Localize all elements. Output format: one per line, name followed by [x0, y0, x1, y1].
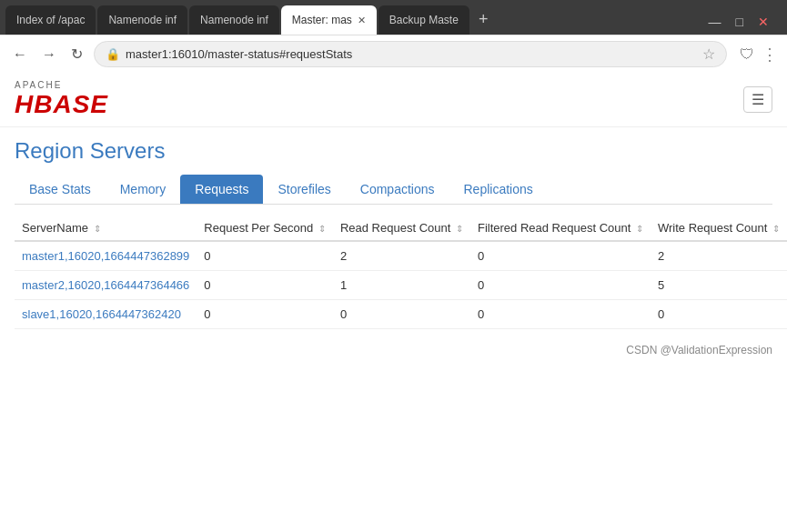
tab-label: Index of /apac	[16, 14, 85, 26]
page-content: APACHE HBASE ☰ Region Servers Base Stats…	[0, 73, 787, 532]
server-name-link[interactable]: master1,16020,1664447362899	[22, 249, 189, 263]
forward-button[interactable]: →	[38, 45, 60, 65]
lock-icon: 🔒	[106, 47, 120, 61]
cell-server-name: master1,16020,1664447362899	[15, 241, 197, 271]
watermark: CSDN @ValidationExpression	[0, 340, 787, 360]
hamburger-menu-button[interactable]: ☰	[743, 86, 772, 113]
tab-compactions[interactable]: Compactions	[346, 175, 449, 204]
tab-backup-master[interactable]: Backup Maste	[378, 5, 469, 35]
requests-table: ServerName ⇕ Request Per Second ⇕ Read R…	[15, 216, 787, 329]
minimize-button[interactable]: —	[703, 13, 727, 31]
maximize-button[interactable]: □	[731, 13, 749, 31]
tab-namenode2[interactable]: Namenode inf	[189, 5, 279, 35]
logo-hbase-text: HBASE	[15, 90, 108, 119]
col-filtered-read-request-count[interactable]: Filtered Read Request Count ⇕	[470, 216, 651, 241]
server-name-link[interactable]: slave1,16020,1664447362420	[22, 307, 181, 321]
tab-index[interactable]: Index of /apac	[5, 5, 96, 35]
col-server-name[interactable]: ServerName ⇕	[15, 216, 197, 241]
page-title: Region Servers	[15, 138, 772, 164]
browser-menu-button[interactable]: ⋮	[762, 45, 778, 65]
table-header-row: ServerName ⇕ Request Per Second ⇕ Read R…	[15, 216, 787, 241]
cell-request-per-second: 0	[197, 241, 333, 271]
new-tab-button[interactable]: +	[471, 6, 496, 33]
extensions-icon[interactable]: 🛡	[740, 46, 754, 63]
bookmark-icon[interactable]: ☆	[702, 45, 715, 63]
sort-icon: ⇕	[318, 224, 326, 234]
tab-requests[interactable]: Requests	[180, 175, 263, 204]
sort-icon: ⇕	[772, 224, 780, 234]
hbase-logo: APACHE HBASE	[15, 80, 108, 119]
sort-icon: ⇕	[636, 224, 643, 234]
cell-request-per-second: 0	[197, 271, 333, 300]
cell-read-request-count: 0	[333, 300, 470, 329]
col-read-request-count[interactable]: Read Request Count ⇕	[333, 216, 470, 241]
cell-write-request-count: 5	[651, 271, 787, 300]
region-servers-section: Region Servers Base Stats Memory Request…	[0, 127, 787, 340]
tab-namenode1[interactable]: Namenode inf	[97, 5, 187, 35]
close-button[interactable]: ✕	[752, 13, 774, 31]
cell-filtered-read-request-count: 0	[470, 241, 651, 271]
back-button[interactable]: ←	[9, 45, 31, 65]
reload-button[interactable]: ↻	[67, 44, 86, 65]
sort-icon: ⇕	[456, 224, 463, 234]
tab-replications[interactable]: Replications	[449, 175, 547, 204]
close-tab-icon[interactable]: ✕	[358, 15, 366, 26]
table-row: master1,16020,1664447362899 0 2 0 2	[15, 241, 787, 271]
tab-label: Backup Maste	[389, 14, 459, 26]
cell-server-name: master2,16020,1664447364466	[15, 271, 197, 300]
cell-filtered-read-request-count: 0	[470, 271, 651, 300]
tab-label: Master: mas	[292, 14, 352, 26]
tab-label: Namenode inf	[200, 14, 268, 26]
sort-icon: ⇕	[94, 224, 101, 234]
tab-label: Namenode inf	[108, 14, 177, 26]
server-name-link[interactable]: master2,16020,1664447364466	[22, 278, 189, 292]
cell-read-request-count: 2	[333, 241, 470, 271]
address-text: master1:16010/master-status#requestStats	[126, 47, 697, 61]
tab-memory[interactable]: Memory	[106, 175, 181, 204]
logo-apache-text: APACHE	[15, 80, 108, 90]
col-request-per-second[interactable]: Request Per Second ⇕	[197, 216, 333, 241]
table-row: master2,16020,1664447364466 0 1 0 5	[15, 271, 787, 300]
table-row: slave1,16020,1664447362420 0 0 0 0	[15, 300, 787, 329]
col-write-request-count[interactable]: Write Request Count ⇕	[651, 216, 787, 241]
address-bar-row: ← → ↻ 🔒 master1:16010/master-status#requ…	[0, 35, 787, 73]
hbase-header: APACHE HBASE ☰	[0, 73, 787, 127]
tab-bar: Index of /apac Namenode inf Namenode inf…	[0, 0, 787, 35]
cell-server-name: slave1,16020,1664447362420	[15, 300, 197, 329]
tab-base-stats[interactable]: Base Stats	[15, 175, 106, 204]
tab-storefiles[interactable]: Storefiles	[263, 175, 345, 204]
address-bar[interactable]: 🔒 master1:16010/master-status#requestSta…	[94, 41, 727, 67]
tabs-row: Base Stats Memory Requests Storefiles Co…	[15, 175, 772, 205]
cell-filtered-read-request-count: 0	[470, 300, 651, 329]
browser-chrome: Index of /apac Namenode inf Namenode inf…	[0, 0, 787, 73]
cell-read-request-count: 1	[333, 271, 470, 300]
tab-master-active[interactable]: Master: mas ✕	[281, 5, 377, 35]
cell-request-per-second: 0	[197, 300, 333, 329]
cell-write-request-count: 0	[651, 300, 787, 329]
window-controls: — □ ✕	[703, 13, 782, 35]
cell-write-request-count: 2	[651, 241, 787, 271]
